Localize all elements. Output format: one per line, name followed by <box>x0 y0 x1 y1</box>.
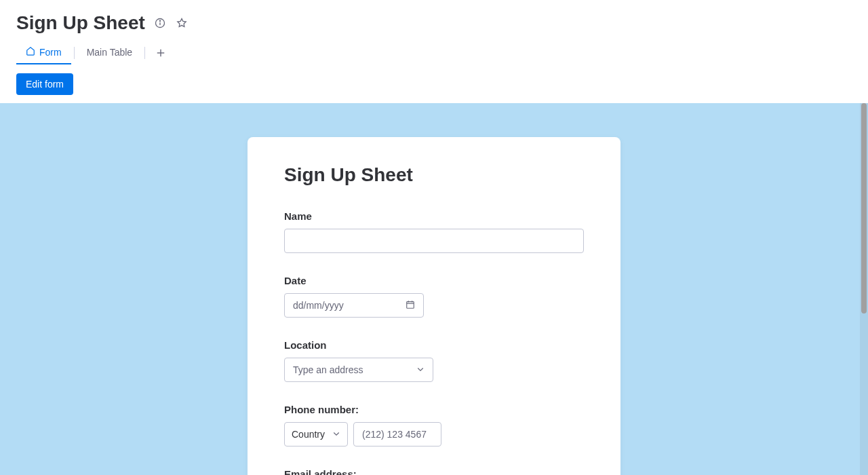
svg-rect-5 <box>407 301 414 308</box>
location-input[interactable]: Type an address <box>284 358 433 382</box>
location-label: Location <box>284 339 584 351</box>
phone-label: Phone number: <box>284 404 584 415</box>
field-location: Location Type an address <box>284 339 584 382</box>
scrollbar-thumb[interactable] <box>861 103 867 314</box>
tab-main-table-label: Main Table <box>87 47 132 58</box>
email-label: Email address: <box>284 468 584 475</box>
field-phone: Phone number: Country (212) 123 4567 <box>284 404 584 446</box>
country-label: Country <box>292 429 325 440</box>
tab-main-table[interactable]: Main Table <box>77 41 142 64</box>
form-card: Sign Up Sheet Name Date dd/mm/yyyy <box>248 137 620 475</box>
calendar-icon <box>406 300 415 311</box>
date-placeholder: dd/mm/yyyy <box>293 300 344 311</box>
date-input[interactable]: dd/mm/yyyy <box>284 293 424 318</box>
page-title: Sign Up Sheet <box>16 12 145 34</box>
field-name: Name <box>284 210 584 253</box>
name-label: Name <box>284 210 584 222</box>
location-placeholder: Type an address <box>293 364 363 375</box>
name-input[interactable] <box>284 229 584 253</box>
svg-point-2 <box>159 20 160 21</box>
tab-divider <box>144 47 145 59</box>
form-canvas: Sign Up Sheet Name Date dd/mm/yyyy <box>0 103 868 475</box>
star-icon[interactable] <box>175 16 189 30</box>
form-title: Sign Up Sheet <box>284 164 584 186</box>
country-select[interactable]: Country <box>284 422 348 446</box>
tab-form-label: Form <box>39 47 62 58</box>
edit-form-button[interactable]: Edit form <box>16 73 73 95</box>
tab-form[interactable]: Form <box>16 41 71 64</box>
phone-input[interactable]: (212) 123 4567 <box>353 422 441 446</box>
chevron-down-icon <box>332 429 340 440</box>
home-icon <box>26 46 35 58</box>
chevron-down-icon <box>416 364 425 375</box>
phone-placeholder: (212) 123 4567 <box>362 429 427 440</box>
date-label: Date <box>284 275 584 286</box>
tabs: Form Main Table <box>16 41 852 65</box>
tab-divider <box>74 47 75 59</box>
info-icon[interactable] <box>153 16 167 30</box>
scrollbar-track[interactable] <box>860 103 868 475</box>
field-date: Date dd/mm/yyyy <box>284 275 584 318</box>
add-tab-button[interactable] <box>148 43 174 63</box>
field-email: Email address: <box>284 468 584 475</box>
